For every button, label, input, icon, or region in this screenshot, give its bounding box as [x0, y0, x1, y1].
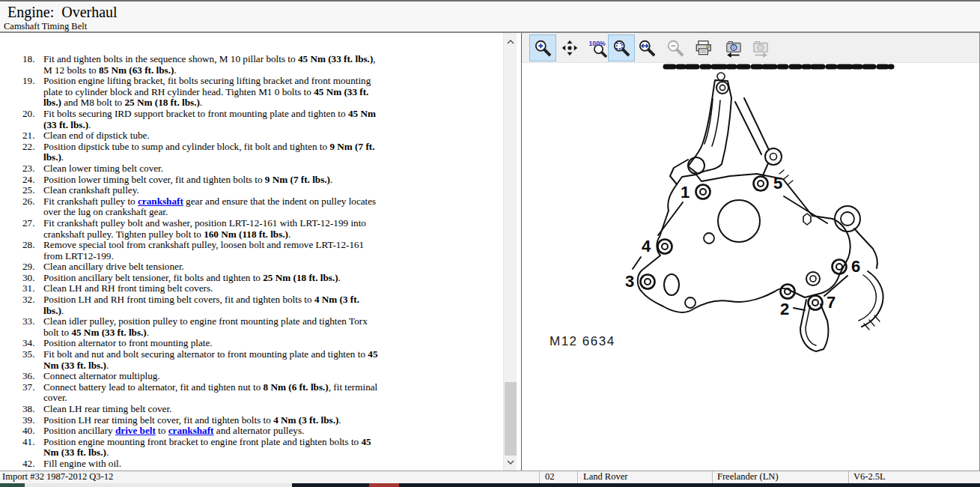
instruction-step: 34.Position alternator to front mounting…: [22, 338, 386, 349]
torque-value: 4 Nm (3 ft. lbs.): [273, 414, 338, 426]
callout-number-5: 5: [773, 174, 782, 193]
torque-value: 8 Nm (6 ft. lbs.): [264, 381, 329, 393]
instructions-panel[interactable]: 18.Fit and tighten bolts in the sequence…: [0, 33, 503, 471]
print-icon: [694, 38, 713, 58]
step-text: Position ancillary belt tensioner, fit b…: [43, 273, 382, 284]
step-number: 27.: [22, 218, 40, 240]
step-text: Position alternator to front mounting pl…: [43, 338, 382, 349]
torque-value: 160 Nm (118 ft. lbs.): [204, 229, 288, 240]
image-toolbar: 100%: [522, 33, 979, 63]
step-number: 23.: [22, 163, 40, 175]
step-text: Clean lower timing belt cover.: [43, 163, 382, 175]
instruction-step: 18.Fit and tighten bolts in the sequence…: [22, 54, 386, 76]
step-number: 31.: [22, 283, 40, 294]
step-text: Fit bolts securing IRD support bracket t…: [43, 109, 382, 130]
instruction-step: 29.Clean ancillary drive belt tensioner.: [22, 261, 386, 273]
scrollbar-thumb[interactable]: [505, 382, 517, 457]
engine-diagram: 1234567 M12 6634: [522, 63, 979, 470]
instruction-step: 37.Connect battery lead to alternator, f…: [22, 382, 386, 404]
callout-leader-line: [794, 308, 805, 310]
instruction-step: 26.Fit crankshaft pulley to crankshaft g…: [22, 196, 386, 218]
step-text: Fit crankshaft pulley bolt and washer, p…: [43, 218, 382, 240]
scroll-down-arrow-icon[interactable]: [504, 456, 517, 468]
step-text: Clean LH rear timing belt cover.: [43, 404, 382, 415]
callout-number-1: 1: [681, 183, 690, 202]
status-field: 02: [545, 471, 555, 483]
step-text: Position engine mounting front bracket t…: [43, 437, 382, 459]
zoom-100-icon: 100%: [588, 38, 608, 58]
taskbar-segment-red: [369, 483, 399, 487]
status-divider: [539, 471, 541, 483]
diagram-lower-bracket: [800, 229, 883, 351]
instruction-step: 30.Position ancillary belt tensioner, fi…: [22, 273, 386, 284]
status-document: Import #32 1987-2012 Q3-12: [2, 471, 113, 483]
taskbar-segment-gray: [25, 483, 292, 487]
step-text: Position LH rear timing belt cover, fit …: [43, 415, 382, 426]
image-viewport[interactable]: 1234567 M12 6634: [522, 63, 979, 470]
callout-leader-line: [784, 196, 827, 223]
step-text: Clean end of dipstick tube.: [43, 130, 382, 142]
step-text: Clean ancillary drive belt tensioner.: [43, 261, 382, 273]
zoom-out-button: [662, 34, 689, 61]
step-number: 24.: [22, 175, 40, 186]
step-number: 22.: [22, 142, 40, 163]
instruction-step: 25.Clean crankshaft pulley.: [22, 185, 386, 196]
pan-button[interactable]: [556, 34, 583, 61]
print-button[interactable]: [690, 34, 717, 61]
step-number: 34.: [22, 338, 40, 349]
zoom-width-icon: [637, 38, 657, 58]
step-text: Fit and tighten bolts in the sequence sh…: [43, 54, 382, 76]
bolt-1: [696, 185, 710, 199]
instruction-step: 42.Fill engine with oil.: [22, 459, 386, 470]
torque-value: 45 Nm (33 ft. lbs.): [71, 327, 146, 338]
step-number: 29.: [22, 261, 40, 273]
instruction-step: 31.Clean LH and RH front timing belt cov…: [22, 283, 386, 294]
instruction-step: 27.Fit crankshaft pulley bolt and washer…: [22, 218, 386, 240]
step-number: 35.: [22, 349, 40, 371]
instruction-step: 24.Position lower timing belt cover, fit…: [22, 175, 386, 186]
page-subtitle: Camshaft Timing Belt: [4, 21, 87, 32]
step-number: 39.: [22, 415, 40, 426]
callout-number-7: 7: [827, 293, 836, 312]
step-number: 20.: [22, 109, 40, 130]
instruction-step: 40.Position ancillary drive belt to cran…: [22, 426, 386, 437]
step-number: 42.: [22, 459, 40, 470]
instruction-step: 20.Fit bolts securing IRD support bracke…: [22, 109, 386, 130]
zoom-in-button[interactable]: [529, 34, 556, 61]
drive-belt-link[interactable]: drive belt: [115, 425, 156, 436]
step-number: 37.: [22, 382, 40, 404]
bolt-4: [658, 240, 672, 254]
crankshaft-link[interactable]: crankshaft: [168, 425, 214, 436]
app-window: { "window": { "title": "Engine: Overhaul…: [0, 0, 980, 487]
step-number: 32.: [22, 294, 40, 316]
procedure-header: Engine: Overhaul Camshaft Timing Belt: [0, 0, 980, 33]
step-text: Connect alternator multiplug.: [43, 371, 382, 382]
prev-image-button[interactable]: [720, 34, 747, 61]
svg-text:100%: 100%: [589, 40, 606, 47]
status-field: Freelander (LN): [717, 471, 779, 483]
next-image-icon: [751, 38, 770, 58]
vertical-scrollbar[interactable]: [503, 33, 517, 471]
zoom-in-icon: [533, 38, 553, 58]
bolt-7: [809, 296, 823, 310]
step-number: 36.: [22, 371, 40, 382]
taskbar-sliver: [0, 483, 980, 487]
zoom-width-button[interactable]: [633, 34, 660, 61]
step-text: Position ancillary drive belt to cranksh…: [43, 426, 382, 437]
step-number: 30.: [22, 273, 40, 284]
step-number: 18.: [22, 54, 40, 76]
step-text: Fill engine with oil.: [43, 459, 382, 470]
callout-number-4: 4: [642, 237, 651, 255]
image-viewer-panel: 100%: [521, 33, 980, 471]
next-image-button: [747, 34, 774, 61]
step-number: 40.: [22, 426, 40, 437]
step-text: Position engine lifting bracket, fit bol…: [43, 76, 382, 109]
status-field: V6-2.5L: [853, 471, 886, 483]
callout-number-6: 6: [851, 257, 860, 276]
zoom-fit-button[interactable]: [608, 34, 635, 61]
crankshaft-link[interactable]: crankshaft: [138, 196, 183, 207]
scroll-up-arrow-icon[interactable]: [504, 35, 517, 48]
instruction-steps-list: 18.Fit and tighten bolts in the sequence…: [22, 54, 386, 470]
step-number: 19.: [22, 76, 40, 109]
instruction-step: 21.Clean end of dipstick tube.: [22, 130, 386, 142]
